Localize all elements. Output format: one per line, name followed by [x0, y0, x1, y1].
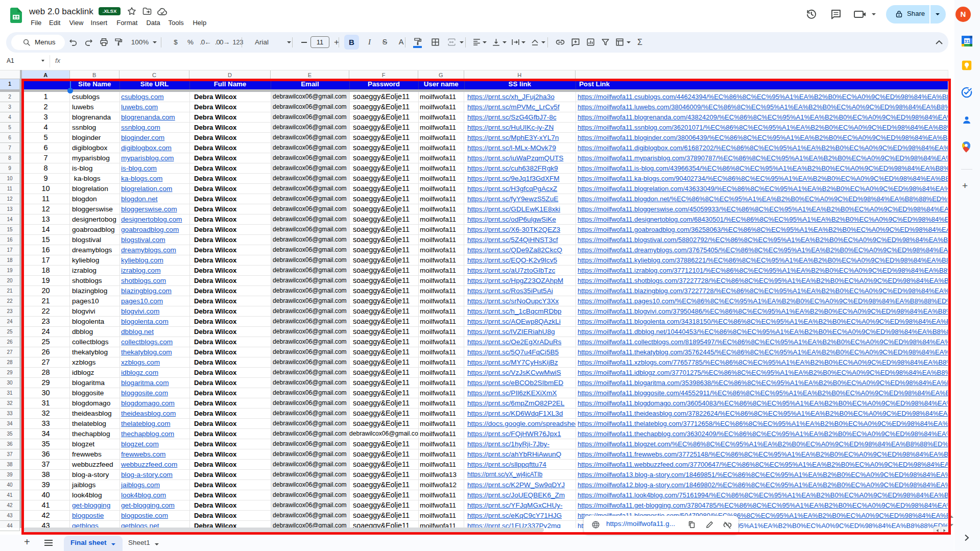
svg-text:31: 31 [964, 38, 970, 44]
